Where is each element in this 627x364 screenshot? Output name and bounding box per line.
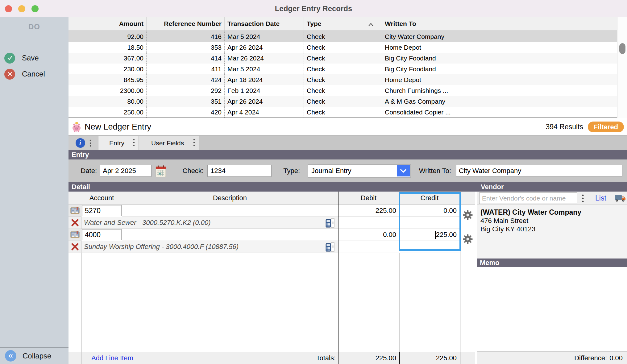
description-field[interactable] <box>122 205 338 217</box>
entry-section-header: Entry <box>69 150 627 159</box>
piggy-bank-icon <box>71 122 82 134</box>
save-button[interactable]: Save <box>4 52 39 64</box>
titlebar: Ledger Entry Records <box>0 0 627 17</box>
vendor-menu-icon[interactable] <box>582 194 584 204</box>
check-number-field[interactable] <box>207 165 272 177</box>
check-label: Check: <box>170 159 204 182</box>
type-select[interactable]: Journal Entry <box>308 164 411 178</box>
difference-value: 0.00 <box>609 354 623 362</box>
vendor-list-link[interactable]: List <box>595 192 606 205</box>
ledger-book-icon[interactable] <box>69 205 81 217</box>
delete-line-icon[interactable] <box>69 241 81 253</box>
entry-form: Date: Check: Type: Journal Entry <box>69 159 627 182</box>
detail-empty-area <box>69 253 475 352</box>
detail-totals-row: Add Line Item Totals: 225.00 225.00 <box>69 352 475 364</box>
date-field[interactable] <box>100 165 152 177</box>
calendar-icon[interactable] <box>155 164 167 179</box>
ledger-table-header: Amount Reference Number Transaction Date… <box>69 17 617 31</box>
column-header-transaction-date[interactable]: Transaction Date <box>225 17 304 31</box>
type-label: Type: <box>278 159 300 182</box>
difference-label: Difference: <box>574 354 607 362</box>
add-line-item-button[interactable]: Add Line Item <box>91 352 133 364</box>
written-to-field[interactable] <box>456 165 622 177</box>
table-row[interactable]: 845.95 424 Apr 18 2024 Check Home Depot <box>69 74 617 85</box>
vendor-search-input[interactable] <box>479 192 577 204</box>
column-header-type[interactable]: Type <box>304 17 382 31</box>
app-window: Ledger Entry Records DO Save Cancel « Co… <box>0 0 627 364</box>
record-title: New Ledger Entry <box>85 118 151 136</box>
vendor-address-line1: 476 Main Street <box>480 217 627 225</box>
vendor-info: (WATER) City Water Company 476 Main Stre… <box>477 205 627 259</box>
column-header-empty <box>461 17 617 31</box>
detail-column-account: Account <box>81 194 122 202</box>
column-header-amount[interactable]: Amount <box>69 17 147 31</box>
credit-total: 225.00 <box>399 352 460 364</box>
line-settings-gear-icon[interactable] <box>463 210 473 221</box>
vendor-panel: List (WATER) City Water Company 476 Mai <box>477 192 627 364</box>
vendor-search-row: List <box>477 192 627 205</box>
line-settings-gear-icon[interactable] <box>463 234 473 246</box>
debit-field[interactable]: 0.00 <box>338 229 399 241</box>
description-field[interactable] <box>122 229 338 241</box>
scrollbar-thumb[interactable] <box>619 43 625 54</box>
table-row[interactable]: 80.00 351 Apr 26 2024 Check A & M Gas Co… <box>69 96 617 107</box>
filtered-badge[interactable]: Filtered <box>588 122 624 132</box>
column-header-reference-number[interactable]: Reference Number <box>147 17 225 31</box>
line-item-account-row: 225.00 0.00 <box>69 205 475 217</box>
debit-field[interactable]: 225.00 <box>338 205 399 217</box>
tab-user-fields[interactable]: User Fields <box>139 136 199 150</box>
table-row[interactable]: 18.50 353 Apr 26 2024 Check Home Depot <box>69 42 617 53</box>
table-row[interactable]: 92.00 416 Mar 5 2024 Check City Water Co… <box>69 31 617 42</box>
vendor-header-label: Vendor <box>481 183 504 191</box>
table-scrollbar <box>617 17 627 118</box>
tab-menu-icon[interactable] <box>193 139 195 148</box>
cancel-button[interactable]: Cancel <box>4 68 45 80</box>
detail-table-header: Account Description Debit Credit <box>69 192 475 205</box>
account-info-text: Sunday Worship Offering - 3000.4000.F (1… <box>81 241 338 253</box>
line-item-account-row: 0.00 225.00 <box>69 229 475 241</box>
table-row[interactable]: 367.00 414 Mar 26 2024 Check Big City Fo… <box>69 53 617 64</box>
credit-field-active[interactable]: 225.00 <box>399 229 460 241</box>
line-item-info-row: Sunday Worship Offering - 3000.4000.F (1… <box>69 241 475 253</box>
results-count: 394 Results <box>546 118 583 136</box>
detail-column-description: Description <box>122 194 338 202</box>
calculator-icon[interactable] <box>326 242 335 254</box>
table-row[interactable]: 230.00 411 Mar 5 2024 Check Big City Foo… <box>69 64 617 74</box>
column-header-written-to[interactable]: Written To <box>382 17 461 31</box>
line-item-info-row: Water and Sewer - 3000.5270.K.K2 (0.00) <box>69 217 475 229</box>
sort-ascending-icon <box>367 21 374 29</box>
table-row[interactable]: 2300.00 292 Feb 1 2024 Check Church Furn… <box>69 85 617 96</box>
tab-info[interactable]: i <box>69 136 98 150</box>
tab-menu-icon[interactable] <box>133 139 135 148</box>
record-status-bar: New Ledger Entry 394 Results Filtered <box>69 118 627 136</box>
sidebar-section-label: DO <box>0 23 69 31</box>
difference-footer: Difference: 0.00 <box>477 352 627 364</box>
memo-field[interactable] <box>477 267 627 352</box>
collapse-button[interactable]: « Collapse <box>0 347 69 364</box>
detail-section-header: Detail Vendor <box>69 182 627 192</box>
save-check-icon <box>4 53 15 64</box>
tab-menu-icon[interactable] <box>89 139 91 147</box>
delivery-truck-icon[interactable] <box>614 194 626 204</box>
table-row[interactable]: 250.00 420 Apr 4 2024 Check Consolidated… <box>69 107 617 118</box>
detail-header-label: Detail <box>72 183 90 191</box>
sidebar: DO Save Cancel « Collapse <box>0 17 69 364</box>
cancel-x-icon <box>4 69 15 80</box>
chevron-down-icon[interactable] <box>397 165 410 176</box>
info-icon: i <box>76 138 85 148</box>
account-number-field[interactable] <box>82 229 122 240</box>
delete-line-icon[interactable] <box>69 217 81 229</box>
detail-column-debit: Debit <box>338 194 399 202</box>
debit-total: 225.00 <box>338 352 399 364</box>
detail-line-items-table: Account Description Debit Credit <box>69 192 475 364</box>
tab-entry[interactable]: Entry <box>98 136 139 150</box>
account-number-field[interactable] <box>82 205 122 216</box>
text-cursor <box>435 231 436 239</box>
calculator-icon[interactable] <box>326 218 335 230</box>
totals-label: Totals: <box>303 352 336 364</box>
detail-column-credit: Credit <box>399 194 460 202</box>
ledger-book-icon[interactable] <box>69 229 81 241</box>
vendor-address-line2: Big City KY 40123 <box>480 225 627 233</box>
tab-bar: i Entry User Fields <box>69 136 627 150</box>
credit-field[interactable]: 0.00 <box>399 205 460 217</box>
